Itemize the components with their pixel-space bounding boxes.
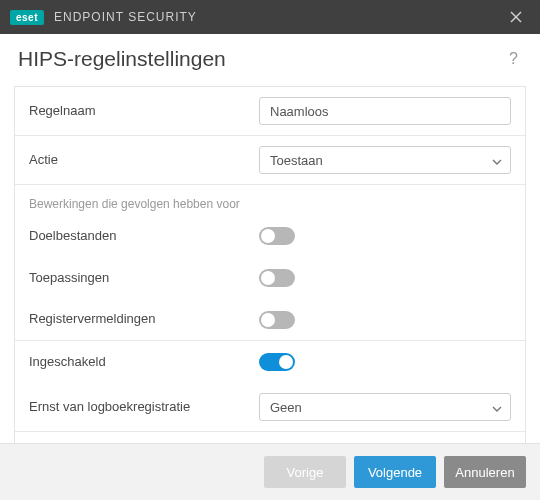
enabled-label: Ingeschakeld <box>29 354 259 371</box>
row-rule-name: Regelnaam <box>15 87 525 136</box>
back-button: Vorige <box>264 456 346 488</box>
cancel-button[interactable]: Annuleren <box>444 456 526 488</box>
rule-name-input[interactable] <box>259 97 511 125</box>
footer: Vorige Volgende Annuleren <box>0 443 540 500</box>
help-icon[interactable]: ? <box>505 46 522 72</box>
row-action: Actie Toestaan <box>15 136 525 185</box>
close-button[interactable] <box>502 3 530 31</box>
settings-panel: Regelnaam Actie Toestaan Bewerkingen die… <box>14 86 526 487</box>
severity-select-value: Geen <box>270 400 302 415</box>
page-header: HIPS-regelinstellingen ? <box>0 34 540 72</box>
target-files-toggle[interactable] <box>259 227 295 245</box>
row-registry: Registervermeldingen <box>15 299 525 341</box>
chevron-down-icon <box>492 153 502 168</box>
close-icon <box>510 11 522 23</box>
severity-select[interactable]: Geen <box>259 393 511 421</box>
brand-text: ENDPOINT SECURITY <box>54 10 197 24</box>
row-severity: Ernst van logboekregistratie Geen <box>15 383 525 432</box>
registry-label: Registervermeldingen <box>29 311 259 328</box>
next-button[interactable]: Volgende <box>354 456 436 488</box>
target-files-label: Doelbestanden <box>29 228 259 245</box>
row-enabled: Ingeschakeld <box>15 341 525 383</box>
rule-name-label: Regelnaam <box>29 103 259 120</box>
applications-label: Toepassingen <box>29 270 259 287</box>
severity-label: Ernst van logboekregistratie <box>29 399 259 416</box>
page-title: HIPS-regelinstellingen <box>18 47 505 71</box>
section-operations: Bewerkingen die gevolgen hebben voor <box>15 185 525 215</box>
enabled-toggle[interactable] <box>259 353 295 371</box>
titlebar: eset ENDPOINT SECURITY <box>0 0 540 34</box>
action-select-value: Toestaan <box>270 153 323 168</box>
registry-toggle[interactable] <box>259 311 295 329</box>
chevron-down-icon <box>492 400 502 415</box>
applications-toggle[interactable] <box>259 269 295 287</box>
action-select[interactable]: Toestaan <box>259 146 511 174</box>
row-applications: Toepassingen <box>15 257 525 299</box>
brand-badge: eset <box>10 10 44 25</box>
action-label: Actie <box>29 152 259 169</box>
row-target-files: Doelbestanden <box>15 215 525 257</box>
